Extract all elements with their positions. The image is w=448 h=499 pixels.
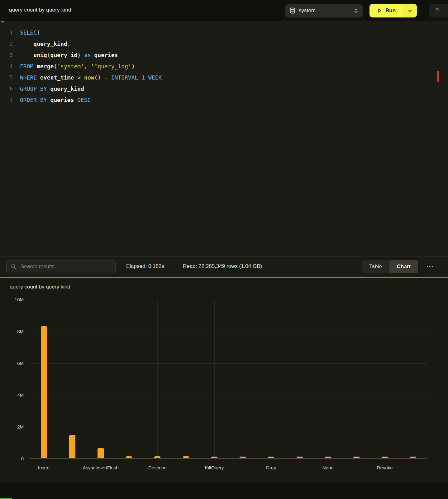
pin-button[interactable]: [429, 4, 448, 17]
chart-ylabels: 10M8M6M4M2M0: [0, 300, 24, 459]
database-selector[interactable]: system: [285, 4, 363, 17]
x-tick-label: KillQuery: [186, 465, 242, 470]
code-text: GROUP BY query_kind: [20, 85, 84, 92]
tab-chart[interactable]: Chart: [389, 260, 418, 273]
bar: [183, 456, 189, 458]
bar: [126, 456, 132, 458]
line-number: 5: [0, 75, 13, 80]
chevron-up-down-icon: [354, 8, 358, 13]
search-box[interactable]: [6, 260, 116, 273]
chart-footer: [0, 482, 448, 499]
chart-title: query count by query kind: [10, 284, 70, 290]
grid-line-vertical: [271, 300, 271, 459]
line-number: 2: [0, 41, 13, 47]
play-icon: [377, 8, 382, 13]
code-line: 2 query_kind,: [0, 38, 448, 49]
bar: [382, 457, 388, 458]
code-text: query_kind,: [20, 41, 71, 47]
x-axis-line: [30, 458, 427, 459]
more-options-button[interactable]: [427, 264, 433, 270]
chart-panel: query count by query kind 10M8M6M4M2M0 I…: [0, 278, 448, 499]
query-title: query count by query kind: [9, 7, 71, 13]
run-button-label: Run: [385, 7, 396, 14]
bar: [69, 435, 75, 458]
bar: [353, 457, 360, 458]
y-tick-label: 10M: [0, 297, 24, 303]
y-tick-label: 8M: [0, 328, 24, 335]
y-tick-label: 0: [0, 456, 24, 462]
grid-line-horizontal: [30, 395, 427, 395]
bar: [98, 448, 104, 458]
y-tick-label: 4M: [0, 392, 24, 398]
line-number: 4: [0, 63, 13, 69]
search-results-input[interactable]: [20, 263, 111, 270]
tab-table[interactable]: Table: [362, 260, 389, 273]
chart-xlabels: InsertAsyncInsertFlushDescribeKillQueryD…: [30, 465, 427, 472]
run-button[interactable]: Run: [369, 4, 403, 17]
y-tick-label: 6M: [0, 360, 24, 366]
code-line: 6GROUP BY query_kind: [0, 83, 448, 94]
grid-line-horizontal: [30, 332, 427, 332]
elapsed-stat: Elapsed: 0.182s: [126, 263, 164, 269]
scrollbar-error-marker: [437, 71, 439, 82]
line-number: 3: [0, 52, 13, 58]
y-tick-label: 2M: [0, 424, 24, 430]
pin-icon: [434, 7, 440, 14]
sql-editor[interactable]: 1SELECT2 query_kind,3 uniq(query_id) as …: [0, 21, 448, 256]
x-tick-label: Insert: [16, 465, 72, 470]
code-text: WHERE event_time > now() - INTERVAL 1 WE…: [20, 74, 162, 81]
code-line: 3 uniq(query_id) as queries: [0, 49, 448, 61]
grid-line-vertical: [157, 300, 158, 459]
bar: [410, 457, 416, 458]
bar: [240, 457, 246, 458]
bar: [325, 457, 331, 458]
x-tick-label: None: [300, 465, 356, 470]
code-line: 4FROM merge('system', '^query_log'): [0, 61, 448, 72]
grid-line-vertical: [101, 300, 101, 459]
line-number: 1: [0, 30, 13, 36]
bar: [154, 456, 160, 458]
view-toggle: Table Chart: [362, 260, 418, 273]
bar: [41, 326, 47, 458]
run-button-group: Run: [369, 4, 417, 17]
code-text: uniq(query_id) as queries: [20, 52, 118, 58]
database-selector-value: system: [299, 7, 316, 14]
x-tick-label: Drop: [243, 465, 299, 470]
chart-plot: [30, 300, 427, 459]
x-tick-label: AsyncInsertFlush: [73, 465, 129, 470]
code-text: SELECT: [20, 29, 40, 36]
code-line: 1SELECT: [0, 27, 448, 38]
chevron-down-icon: [408, 9, 412, 12]
grid-line-vertical: [427, 300, 427, 459]
search-icon: [11, 264, 17, 269]
grid-line-vertical: [214, 300, 215, 459]
top-bar: query count by query kind system: [0, 0, 448, 22]
code-text: ORDER BY queries DESC: [20, 97, 91, 103]
ellipsis-icon: [427, 266, 433, 267]
line-number: 7: [0, 97, 13, 103]
grid-line-vertical: [328, 300, 328, 459]
bar: [297, 457, 303, 458]
code-text: FROM merge('system', '^query_log'): [20, 63, 135, 70]
bar: [211, 457, 217, 458]
code-line: 5WHERE event_time > now() - INTERVAL 1 W…: [0, 72, 448, 83]
line-number: 6: [0, 86, 13, 92]
results-toolbar: Elapsed: 0.182s Read: 22,285,349 rows (1…: [0, 256, 448, 277]
run-options-button[interactable]: [403, 4, 417, 17]
x-tick-label: Describe: [129, 465, 185, 470]
code-line: 7ORDER BY queries DESC: [0, 94, 448, 105]
x-tick-label: Revoke: [357, 465, 413, 470]
grid-line-vertical: [385, 300, 385, 459]
bar: [268, 457, 274, 458]
read-stat: Read: 22,285,349 rows (1.04 GB): [183, 263, 262, 269]
database-icon: [290, 7, 295, 14]
code-lines: 1SELECT2 query_kind,3 uniq(query_id) as …: [0, 27, 448, 105]
grid-line-horizontal: [30, 363, 427, 364]
grid-line-horizontal: [30, 300, 427, 300]
grid-line-horizontal: [30, 427, 427, 427]
edit-marker: [1, 21, 4, 22]
